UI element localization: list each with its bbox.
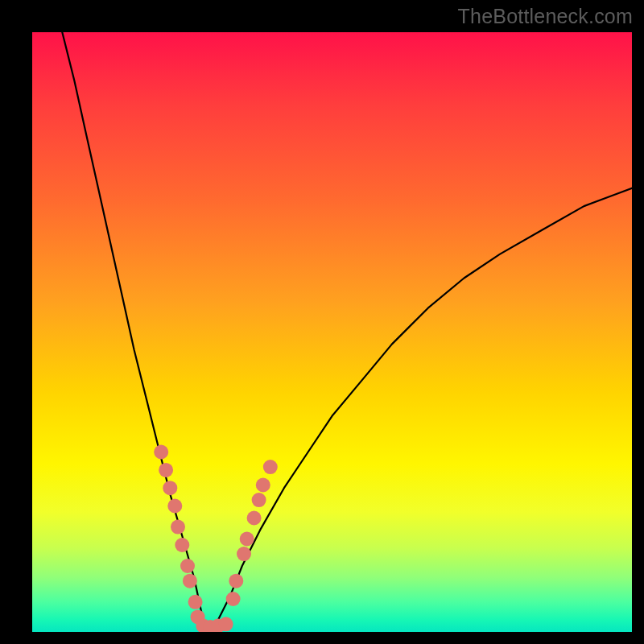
curve-marker bbox=[180, 559, 195, 573]
curve-marker bbox=[175, 538, 189, 552]
curve-marker bbox=[163, 481, 177, 495]
curve-marker bbox=[171, 520, 185, 535]
watermark-text: TheBottleneck.com bbox=[458, 5, 633, 28]
plot-area bbox=[32, 32, 632, 632]
curve-marker bbox=[237, 547, 251, 561]
chart-stage: TheBottleneck.com bbox=[0, 0, 644, 644]
curve-marker bbox=[240, 532, 254, 547]
chart-svg bbox=[32, 32, 632, 632]
curve-marker bbox=[183, 574, 197, 588]
curve-marker bbox=[256, 478, 270, 493]
curve-marker bbox=[154, 445, 168, 460]
curve-marker bbox=[226, 592, 241, 606]
curve-marker bbox=[219, 617, 233, 631]
curve-markers bbox=[154, 445, 278, 633]
curve-marker bbox=[188, 595, 203, 609]
curve-marker bbox=[252, 493, 266, 507]
bottleneck-curve bbox=[62, 32, 632, 626]
curve-marker bbox=[247, 511, 262, 526]
curve-marker bbox=[263, 460, 278, 474]
curve-marker bbox=[159, 463, 173, 477]
curve-marker bbox=[229, 574, 243, 588]
curve-marker bbox=[167, 499, 182, 514]
